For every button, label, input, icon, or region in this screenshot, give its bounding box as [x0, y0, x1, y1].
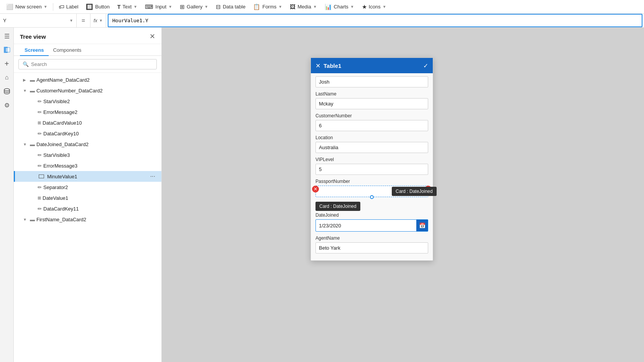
table-icon: ⊞ [38, 196, 41, 201]
tree-item-agent-name-card[interactable]: ▶ ▬ AgentName_DataCard2 [14, 74, 161, 85]
layers-icon[interactable] [2, 44, 12, 55]
equals-label: = [82, 17, 85, 24]
charts-label: Charts [334, 4, 348, 10]
firstname-input[interactable]: Josh [315, 76, 428, 87]
location-label: Location [315, 135, 428, 140]
date-joined-input[interactable] [316, 220, 416, 231]
tree-close-button[interactable]: ✕ [150, 32, 155, 41]
tree-tabs: Screens Components [14, 44, 161, 56]
tree-item-star-visible2[interactable]: ✏ StarVisible2 [14, 96, 161, 107]
formula-input[interactable] [108, 14, 642, 27]
tree-item-star-visible3[interactable]: ✏ StarVisible3 [14, 150, 161, 160]
more-options-button[interactable]: ··· [149, 173, 157, 180]
label-icon: 🏷 [59, 3, 64, 10]
property-value: Y [3, 18, 7, 23]
add-icon[interactable]: + [2, 58, 12, 69]
text-button[interactable]: T Text ▼ [114, 2, 140, 12]
icons-icon: ★ [362, 3, 367, 10]
data-icon[interactable] [2, 86, 12, 97]
forms-icon: 📋 [253, 3, 260, 10]
label-button[interactable]: 🏷 Label [56, 2, 82, 12]
dialog-title: Table1 [324, 63, 420, 69]
tree-item-minute-value1[interactable]: MinuteValue1 ··· [14, 171, 161, 182]
fx-arrow: ▼ [99, 18, 103, 23]
item-label: FirstName_DataCard2 [36, 217, 157, 222]
property-selector[interactable]: Y ▼ [0, 14, 77, 27]
gallery-button[interactable]: ⊞ Gallery ▼ [177, 2, 211, 12]
tree-item-date-value1[interactable]: ⊞ DateValue1 [14, 193, 161, 203]
item-label: DataCardValue10 [43, 120, 157, 126]
tab-components[interactable]: Components [49, 44, 86, 56]
viplevel-label: VIPLevel [315, 157, 428, 162]
tree-content: ▶ ▬ AgentName_DataCard2 ▼ ▬ CustomerNumb… [14, 73, 161, 362]
media-icon: 🖼 [290, 3, 296, 10]
field-customer-number: CustomerNumber 6 [315, 113, 428, 131]
forms-button[interactable]: 📋 Forms ▼ [250, 2, 285, 12]
fx-selector[interactable]: fx ▼ [90, 14, 106, 27]
tree-item-data-card-key10[interactable]: ✏ DataCardKey10 [14, 128, 161, 139]
tree-item-date-joined-card[interactable]: ▼ ▬ DateJoined_DataCard2 [14, 139, 161, 150]
location-input[interactable]: Australia [315, 142, 428, 153]
item-label: DateJoined_DataCard2 [36, 142, 157, 147]
tree-view-panel: Tree view ✕ Screens Components 🔍 ▶ ▬ Age… [14, 28, 162, 362]
text-icon: T [117, 4, 121, 10]
tree-item-error-message3[interactable]: ✏ ErrorMessage3 [14, 160, 161, 171]
charts-arrow: ▼ [350, 5, 354, 9]
agent-name-input[interactable]: Beto Yark [315, 242, 428, 253]
new-screen-button[interactable]: ⬜ New screen ▼ [3, 2, 51, 12]
divider-1 [53, 3, 53, 11]
tab-screens[interactable]: Screens [20, 44, 49, 56]
tree-item-separator2[interactable]: ✏ Separator2 [14, 182, 161, 193]
tree-search-area: 🔍 [14, 56, 161, 73]
tree-item-data-card-value10[interactable]: ⊞ DataCardValue10 [14, 117, 161, 128]
text-label: Text [123, 4, 132, 10]
item-label: ErrorMessage2 [43, 109, 157, 115]
data-table-label: Data table [223, 4, 245, 10]
search-input[interactable] [31, 61, 153, 67]
card-tooltip: Card : DateJoined [315, 202, 360, 211]
property-arrow: ▼ [69, 18, 73, 23]
date-joined-label: DateJoined [315, 212, 428, 218]
date-joined-input-wrapper: 📅 [315, 219, 428, 232]
field-viplevel: VIPLevel 5 [315, 157, 428, 175]
calendar-button[interactable]: 📅 [416, 220, 428, 231]
new-screen-icon: ⬜ [6, 3, 13, 10]
tree-item-firstname-card[interactable]: ▼ ▬ FirstName_DataCard2 [14, 214, 161, 225]
tree-item-data-card-key11[interactable]: ✏ DataCardKey11 [14, 203, 161, 214]
search-box: 🔍 [18, 59, 157, 69]
settings-icon[interactable]: ⚙ [2, 100, 12, 110]
folder-icon: ▬ [30, 77, 35, 83]
folder-icon: ▬ [30, 142, 35, 147]
icons-button[interactable]: ★ Icons ▼ [359, 2, 389, 12]
tree-view-title: Tree view [20, 33, 46, 40]
media-button[interactable]: 🖼 Media ▼ [287, 2, 320, 12]
field-date-joined: DateJoined 📅 [315, 212, 428, 232]
data-table-button[interactable]: ⊟ Data table [213, 2, 248, 12]
item-label: AgentName_DataCard2 [36, 77, 157, 83]
button-label: Button [95, 4, 110, 10]
drag-handle-bottom[interactable] [370, 195, 374, 199]
customer-number-label: CustomerNumber [315, 113, 428, 118]
home-icon[interactable]: ⌂ [2, 72, 12, 83]
delete-control-left[interactable]: ✕ [312, 186, 319, 193]
gallery-label: Gallery [187, 4, 202, 10]
lastname-input[interactable]: Mckay [315, 98, 428, 109]
equals-sign: = [77, 14, 90, 27]
item-label: DataCardKey11 [43, 206, 157, 212]
tree-item-error-message2[interactable]: ✏ ErrorMessage2 [14, 107, 161, 117]
search-icon: 🔍 [23, 61, 29, 67]
dialog-confirm-button[interactable]: ✓ [423, 62, 428, 69]
charts-button[interactable]: 📊 Charts ▼ [322, 2, 357, 12]
dialog-close-button[interactable]: ✕ [315, 62, 320, 69]
viplevel-input[interactable]: 5 [315, 164, 428, 175]
input-button[interactable]: ⌨ Input ▼ [142, 2, 175, 12]
media-label: Media [297, 4, 311, 10]
field-location: Location Australia [315, 135, 428, 153]
input-label: Input [155, 4, 166, 10]
button-button[interactable]: 🔲 Button [83, 2, 113, 12]
customer-number-input[interactable]: 6 [315, 120, 428, 131]
hamburger-icon[interactable]: ☰ [2, 31, 12, 41]
tree-item-customer-number-card[interactable]: ▼ ▬ CustomerNumber_DataCard2 [14, 85, 161, 96]
fx-label: fx [94, 18, 97, 23]
field-agent-name: AgentName Beto Yark [315, 235, 428, 253]
